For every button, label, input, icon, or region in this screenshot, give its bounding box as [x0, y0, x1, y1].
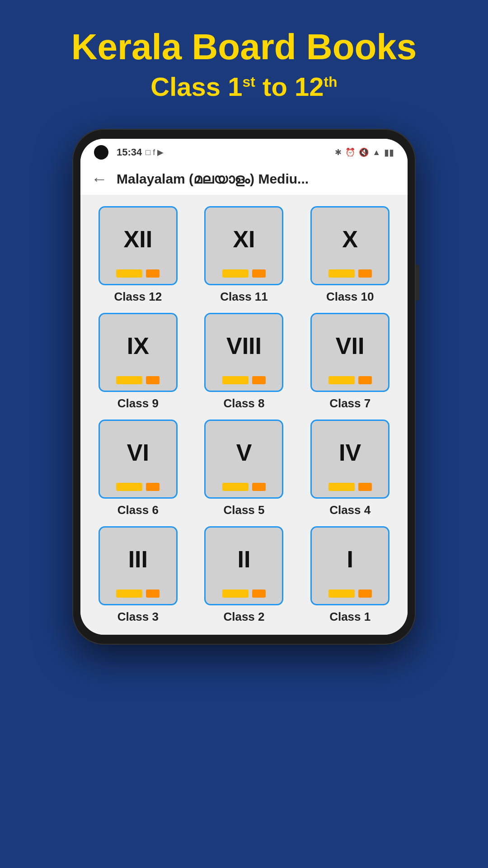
- book-icon: III: [99, 526, 178, 605]
- top-bar: ← Malayalam (മലയാളം) Mediu...: [80, 163, 408, 195]
- book-rect-short: [146, 376, 160, 384]
- class-item-class-4[interactable]: IV Class 4: [301, 420, 399, 517]
- roman-numeral: VI: [127, 441, 149, 464]
- roman-numeral: XII: [124, 227, 153, 251]
- book-rect-long: [328, 483, 355, 491]
- book-rect-long: [222, 483, 249, 491]
- class-item-class-3[interactable]: III Class 3: [89, 526, 187, 624]
- class-item-class-12[interactable]: XII Class 12: [89, 206, 187, 304]
- header-title: Kerala Board Books: [18, 27, 470, 67]
- book-bottom: [328, 376, 372, 384]
- book-rect-short: [358, 376, 372, 384]
- mute-icon: 🔇: [359, 147, 369, 157]
- book-rect-short: [252, 269, 266, 278]
- book-icon: IX: [99, 313, 178, 392]
- book-rect-short: [358, 269, 372, 278]
- class-item-class-10[interactable]: X Class 10: [301, 206, 399, 304]
- book-rect-short: [146, 590, 160, 598]
- class-label: Class 10: [326, 290, 374, 304]
- class-label: Class 9: [117, 396, 159, 410]
- book-rect-short: [252, 590, 266, 598]
- book-bottom: [222, 483, 266, 491]
- roman-numeral: XI: [233, 227, 255, 251]
- book-rect-long: [328, 376, 355, 384]
- class-item-class-8[interactable]: VIII Class 8: [196, 313, 293, 410]
- class-label: Class 2: [223, 610, 264, 624]
- book-rect-short: [252, 376, 266, 384]
- class-item-class-2[interactable]: II Class 2: [196, 526, 293, 624]
- status-left: 15:34 □ f ▶: [94, 145, 164, 160]
- bluetooth-icon: ✱: [335, 147, 342, 157]
- book-bottom: [328, 483, 372, 491]
- book-icon: XII: [99, 206, 178, 285]
- book-icon: IV: [310, 420, 389, 499]
- roman-numeral: VII: [336, 334, 365, 358]
- class-grid-container: XII Class 12 XI Class 11 X: [80, 195, 408, 635]
- book-bottom: [222, 590, 266, 598]
- book-icon: VI: [99, 420, 178, 499]
- side-button: [416, 264, 419, 301]
- roman-numeral: V: [236, 441, 252, 464]
- top-bar-title: Malayalam (മലയാളം) Mediu...: [117, 171, 309, 187]
- book-rect-long: [222, 376, 249, 384]
- book-rect-long: [116, 590, 142, 598]
- book-rect-short: [358, 483, 372, 491]
- class-item-class-7[interactable]: VII Class 7: [301, 313, 399, 410]
- phone-wrapper: 15:34 □ f ▶ ✱ ⏰ 🔇 ▲ ▮▮ ← Malayalam (മലയാ…: [72, 129, 416, 645]
- book-icon: XI: [204, 206, 283, 285]
- book-rect-long: [328, 590, 355, 598]
- status-icons-left: □ f ▶: [145, 147, 164, 157]
- back-button[interactable]: ←: [91, 170, 108, 189]
- book-rect-long: [222, 269, 249, 278]
- header-subtitle: Class 1st to 12th: [18, 71, 470, 102]
- roman-numeral: X: [342, 227, 358, 251]
- book-bottom: [222, 376, 266, 384]
- class-label: Class 7: [329, 396, 371, 410]
- book-bottom: [116, 483, 160, 491]
- phone-screen: 15:34 □ f ▶ ✱ ⏰ 🔇 ▲ ▮▮ ← Malayalam (മലയാ…: [80, 139, 408, 635]
- wifi-icon: ▲: [372, 148, 380, 157]
- book-bottom: [328, 590, 372, 598]
- roman-numeral: I: [347, 547, 353, 571]
- book-rect-long: [328, 269, 355, 278]
- roman-numeral: IX: [127, 334, 149, 358]
- class-item-class-6[interactable]: VI Class 6: [89, 420, 187, 517]
- class-item-class-5[interactable]: V Class 5: [196, 420, 293, 517]
- camera-hole: [94, 145, 108, 160]
- battery-icon: ▮▮: [384, 147, 394, 158]
- class-item-class-1[interactable]: I Class 1: [301, 526, 399, 624]
- class-label: Class 11: [220, 290, 268, 304]
- book-icon: VII: [310, 313, 389, 392]
- class-label: Class 3: [117, 610, 159, 624]
- phone-outer: 15:34 □ f ▶ ✱ ⏰ 🔇 ▲ ▮▮ ← Malayalam (മലയാ…: [72, 129, 416, 645]
- roman-numeral: II: [238, 547, 251, 571]
- book-bottom: [116, 590, 160, 598]
- book-rect-long: [116, 483, 142, 491]
- class-label: Class 12: [114, 290, 162, 304]
- roman-numeral: VIII: [226, 334, 262, 358]
- book-bottom: [116, 269, 160, 278]
- class-label: Class 4: [329, 503, 371, 517]
- book-bottom: [328, 269, 372, 278]
- class-label: Class 1: [329, 610, 371, 624]
- book-rect-long: [116, 269, 142, 278]
- roman-numeral: III: [128, 547, 148, 571]
- status-right: ✱ ⏰ 🔇 ▲ ▮▮: [335, 147, 394, 158]
- status-bar: 15:34 □ f ▶ ✱ ⏰ 🔇 ▲ ▮▮: [80, 139, 408, 163]
- class-grid: XII Class 12 XI Class 11 X: [89, 206, 399, 624]
- book-icon: X: [310, 206, 389, 285]
- header-section: Kerala Board Books Class 1st to 12th: [0, 0, 488, 120]
- alarm-icon: ⏰: [345, 147, 355, 157]
- book-rect-long: [116, 376, 142, 384]
- book-icon: I: [310, 526, 389, 605]
- class-item-class-11[interactable]: XI Class 11: [196, 206, 293, 304]
- class-label: Class 6: [117, 503, 159, 517]
- book-bottom: [116, 376, 160, 384]
- status-time: 15:34: [117, 146, 142, 158]
- class-item-class-9[interactable]: IX Class 9: [89, 313, 187, 410]
- roman-numeral: IV: [339, 441, 361, 464]
- class-label: Class 8: [223, 396, 264, 410]
- book-rect-short: [358, 590, 372, 598]
- book-rect-long: [222, 590, 249, 598]
- book-bottom: [222, 269, 266, 278]
